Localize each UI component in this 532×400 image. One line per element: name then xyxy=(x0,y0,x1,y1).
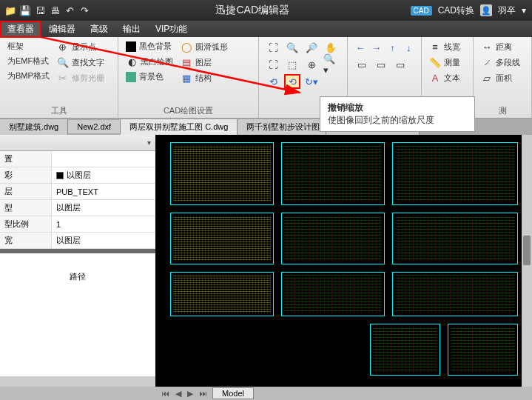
btn-blackbg[interactable]: 黑色背景 xyxy=(124,40,175,53)
prop-row: 宽以图层 xyxy=(0,233,155,249)
open-icon[interactable]: 📁 xyxy=(4,4,16,16)
btn-showpoints[interactable]: ⊕显示点 xyxy=(55,40,106,53)
zoom-window-icon[interactable]: ⛶ xyxy=(265,40,281,55)
color-swatch-icon xyxy=(56,172,64,179)
nav-left-icon[interactable]: ← xyxy=(354,40,367,55)
tab-prev-icon[interactable]: ◀ xyxy=(173,389,183,399)
select-icon[interactable]: ▭ xyxy=(354,57,370,72)
titlebar: 📁 💾 🖫 🖶 ↶ ↷ 迅捷CAD编辑器 CAD CAD转换 👤 羽卒 ▾ xyxy=(0,0,532,21)
doctab-2[interactable]: 两层双拼别墅施工图 C.dwg xyxy=(121,119,238,135)
nav-down-icon[interactable]: ↓ xyxy=(402,40,415,55)
menu-vip[interactable]: VIP功能 xyxy=(148,21,195,38)
pan-icon[interactable]: ✋ xyxy=(323,40,339,55)
drawing-thumb xyxy=(392,272,518,316)
menu-output[interactable]: 输出 xyxy=(115,21,148,38)
trim-icon: ✂ xyxy=(57,72,69,84)
btn-bmp[interactable]: 为BMP格式 xyxy=(6,70,51,82)
doctab-1[interactable]: New2.dxf xyxy=(68,120,121,133)
group-tools-label: 工具 xyxy=(6,104,112,116)
refresh-icon[interactable]: ↻▾ xyxy=(303,74,320,89)
menubar: 查看器 编辑器 高级 输出 VIP功能 xyxy=(0,21,532,37)
property-grid: 置 彩以图层 层PUB_TEXT 型以图层 型比例1 宽以图层 xyxy=(0,151,155,249)
btn-layers[interactable]: ▤图层 xyxy=(179,56,229,69)
btn-bgcolor[interactable]: 背景色 xyxy=(124,70,175,83)
doctab-3[interactable]: 两千别墅初步设计图纸.dwg xyxy=(238,119,326,135)
bottom-tabs: ⏮ ◀ ▶ ⏭ Model xyxy=(0,387,532,400)
chevron-down-icon[interactable]: ▾ xyxy=(147,139,151,147)
prop-row: 置 xyxy=(0,151,155,167)
menu-viewer[interactable]: 查看器 xyxy=(0,21,41,38)
print-icon[interactable]: 🖶 xyxy=(49,4,61,16)
zoom-dropdown-icon[interactable]: 🔍▾ xyxy=(323,57,339,72)
drawing-viewport[interactable] xyxy=(155,135,532,387)
btn-polyline[interactable]: ⟋多段线 xyxy=(479,56,525,69)
tab-last-icon[interactable]: ⏭ xyxy=(197,389,209,399)
viewport-vscrollbar[interactable] xyxy=(522,135,532,387)
zoom-in-icon[interactable]: 🔍 xyxy=(284,40,300,55)
zoom-fit-icon[interactable]: ⬚ xyxy=(284,57,300,72)
doctab-0[interactable]: 别墅建筑.dwg xyxy=(0,119,68,135)
menu-editor[interactable]: 编辑器 xyxy=(41,21,83,38)
cad-convert-link[interactable]: CAD转换 xyxy=(438,4,474,17)
btn-bwdraw[interactable]: ◐黑白绘图 xyxy=(124,55,175,68)
zoom-undo-button[interactable]: ⟲ xyxy=(284,74,300,89)
zoom-realtime-icon[interactable]: ⊕ xyxy=(303,57,320,72)
drawing-thumb xyxy=(281,272,385,316)
properties-panel: ▾ 置 彩以图层 层PUB_TEXT 型以图层 型比例1 宽以图层 路径 xyxy=(0,135,155,387)
btn-measure[interactable]: 📏测量 xyxy=(428,56,467,69)
green-square-icon xyxy=(126,72,136,82)
path-input[interactable] xyxy=(4,258,151,267)
nav-up-icon[interactable]: ↑ xyxy=(386,40,400,55)
drawing-thumb xyxy=(281,213,385,264)
drawing-thumb xyxy=(392,142,518,205)
arc-icon: ◯ xyxy=(181,41,192,53)
cad-badge: CAD xyxy=(411,6,432,16)
tooltip-title: 撤销缩放 xyxy=(328,101,467,114)
tab-next-icon[interactable]: ▶ xyxy=(185,389,195,399)
btn-distance[interactable]: ↔距离 xyxy=(479,40,525,53)
layers-icon: ▤ xyxy=(181,56,192,68)
nav-right-icon[interactable]: → xyxy=(370,40,383,55)
btn-findtext[interactable]: 🔍查找文字 xyxy=(55,56,106,69)
zoom-extents-icon[interactable]: ⛶ xyxy=(265,57,281,72)
point-icon: ⊕ xyxy=(57,41,69,53)
redo-icon[interactable]: ↷ xyxy=(78,4,90,16)
structure-icon: ▦ xyxy=(181,72,192,84)
btn-text[interactable]: A文本 xyxy=(428,71,467,84)
tab-first-icon[interactable]: ⏮ xyxy=(159,389,172,399)
menu-advanced[interactable]: 高级 xyxy=(83,21,115,38)
unhide-icon[interactable]: ▭ xyxy=(392,57,408,72)
tooltip-desc: 使图像回到之前的缩放尺度 xyxy=(328,114,467,127)
search-icon: 🔍 xyxy=(57,56,69,68)
app-title: 迅捷CAD编辑器 xyxy=(95,4,411,17)
btn-area[interactable]: ▱面积 xyxy=(479,71,525,84)
model-tab[interactable]: Model xyxy=(212,387,254,399)
undo-icon[interactable]: ↶ xyxy=(64,4,75,16)
hide-icon[interactable]: ▭ xyxy=(373,57,389,72)
drawing-thumb xyxy=(448,324,518,376)
btn-emf[interactable]: 为EMF格式 xyxy=(6,55,51,67)
left-scrollbar[interactable] xyxy=(0,376,155,387)
text-icon: A xyxy=(429,72,441,84)
user-icon[interactable]: 👤 xyxy=(480,4,492,16)
ruler-icon: 📏 xyxy=(429,56,441,68)
save-as-icon[interactable]: 🖫 xyxy=(34,4,46,16)
btn-trimraster[interactable]: ✂修剪光栅 xyxy=(55,71,106,84)
polyline-icon: ⟋ xyxy=(481,56,493,68)
drawing-thumb xyxy=(281,142,385,205)
drawing-thumb xyxy=(170,142,274,205)
btn-frame[interactable]: 框架 xyxy=(6,40,51,53)
prop-row: 型以图层 xyxy=(0,200,155,216)
zoom-out-icon[interactable]: 🔎 xyxy=(303,40,320,55)
btn-lineweight[interactable]: ≡线宽 xyxy=(428,40,467,53)
dropdown-icon[interactable]: ▾ xyxy=(522,5,526,16)
drawing-thumb xyxy=(170,272,274,316)
zoom-prev-blue-icon[interactable]: ⟲ xyxy=(265,74,281,89)
btn-smootharc[interactable]: ◯圆滑弧形 xyxy=(179,40,229,53)
prop-row: 层PUB_TEXT xyxy=(0,184,155,200)
lineweight-icon: ≡ xyxy=(429,41,441,53)
username: 羽卒 xyxy=(498,4,516,17)
btn-structure[interactable]: ▦结构 xyxy=(179,71,229,84)
save-icon[interactable]: 💾 xyxy=(19,4,31,16)
group-measure-label: 测 xyxy=(479,104,525,116)
